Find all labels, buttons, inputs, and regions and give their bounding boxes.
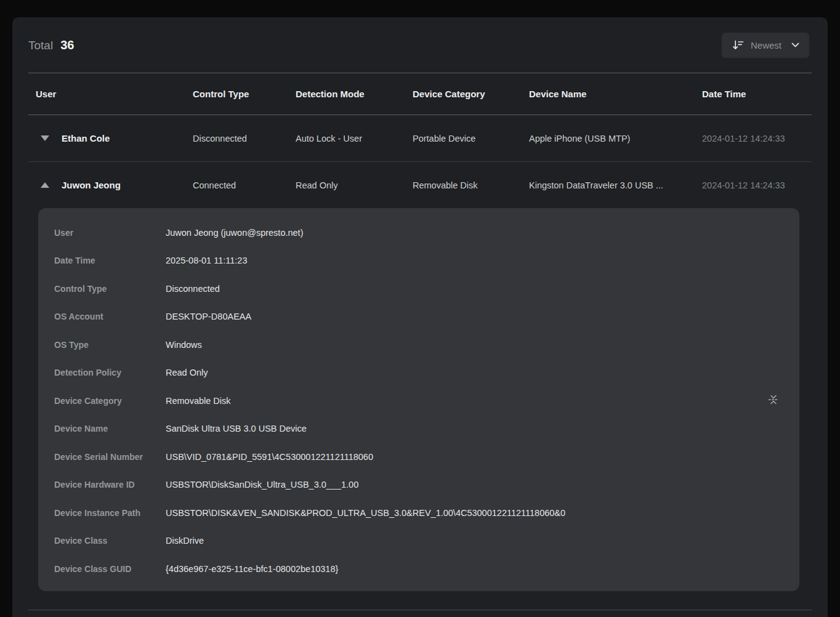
detail-field-label: Device Hardware ID [54, 480, 166, 490]
detail-field-row: Detection PolicyRead Only [38, 359, 799, 387]
column-header-user: User [36, 89, 193, 99]
detail-field-label: Detection Policy [54, 368, 166, 377]
detail-field-value: Windows [166, 340, 202, 350]
detail-field-row: Device ClassDiskDrive [38, 527, 799, 555]
table-header-row: User Control Type Detection Mode Device … [12, 73, 828, 115]
detail-field-row: Control TypeDisconnected [38, 275, 799, 303]
detail-field-row: OS AccountDESKTOP-D80AEAA [38, 303, 799, 331]
detail-field-value: 2025-08-01 11:11:23 [166, 256, 248, 265]
detail-field-value: Disconnected [166, 284, 220, 294]
column-header-device-name: Device Name [529, 89, 702, 99]
total-count: 36 [60, 38, 74, 52]
column-header-date-time: Date Time [702, 89, 809, 99]
card-header: Total 36 Newest [12, 17, 828, 73]
detail-fields: UserJuwon Jeong (juwon@spresto.net)Date … [38, 219, 799, 583]
total-counter: Total 36 [28, 38, 74, 52]
detail-field-row: Device Serial NumberUSB\VID_0781&PID_559… [38, 443, 799, 471]
user-cell: Ethan Cole [36, 133, 193, 143]
table-bottom-divider [28, 610, 812, 610]
user-cell: Juwon Jeong [36, 180, 193, 190]
device-category-cell: Removable Disk [413, 180, 529, 190]
total-label: Total [28, 39, 53, 52]
sort-dropdown[interactable]: Newest [722, 33, 809, 58]
user-name: Juwon Jeong [62, 180, 121, 190]
column-header-control-type: Control Type [193, 89, 296, 99]
detail-field-label: OS Account [54, 312, 166, 321]
table-row[interactable]: Juwon JeongConnectedRead OnlyRemovable D… [12, 162, 828, 208]
detail-field-row: Date Time2025-08-01 11:11:23 [38, 247, 799, 275]
detail-field-label: Device Serial Number [54, 452, 166, 462]
detail-field-row: Device NameSanDisk Ultra USB 3.0 USB Dev… [38, 415, 799, 443]
table-row[interactable]: Ethan ColeDisconnectedAuto Lock - UserPo… [12, 115, 828, 161]
detail-field-row: Device Hardware IDUSBSTOR\DiskSanDisk_Ul… [38, 471, 799, 499]
detail-field-value: USB\VID_0781&PID_5591\4C5300012211211180… [166, 452, 373, 462]
detail-field-row: Device Instance PathUSBSTOR\DISK&VEN_SAN… [38, 499, 799, 527]
table-body: Ethan ColeDisconnectedAuto Lock - UserPo… [12, 115, 828, 208]
detail-field-label: Device Category [54, 396, 166, 406]
detail-field-value: Juwon Jeong (juwon@spresto.net) [166, 228, 303, 238]
date-time-cell: 2024-01-12 14:24:33 [702, 180, 809, 190]
detail-field-label: OS Type [54, 340, 166, 350]
detail-field-value: Read Only [166, 368, 208, 377]
collapse-row-icon [41, 182, 49, 188]
device-category-cell: Portable Device [413, 134, 529, 143]
detail-field-row: UserJuwon Jeong (juwon@spresto.net) [38, 219, 799, 247]
detail-field-value: USBSTOR\DISK&VEN_SANDISK&PROD_ULTRA_USB_… [166, 508, 565, 518]
device-log-card: Total 36 Newest User Control Type [12, 17, 828, 617]
column-header-device-category: Device Category [413, 89, 529, 99]
device-name-cell: Kingston DataTraveler 3.0 USB ... [529, 180, 702, 190]
sort-selected-option: Newest [751, 40, 781, 50]
detail-field-row: Device CategoryRemovable Disk [38, 387, 799, 415]
expand-row-icon [41, 135, 49, 141]
detail-field-label: Control Type [54, 284, 166, 294]
column-header-detection-mode: Detection Mode [296, 89, 413, 99]
detail-field-value: {4d36e967-e325-11ce-bfc1-08002be10318} [166, 564, 338, 574]
control-type-cell: Disconnected [193, 134, 296, 143]
detection-mode-cell: Auto Lock - User [296, 134, 413, 143]
chevron-down-icon [791, 42, 799, 48]
detail-field-label: Device Class GUID [54, 564, 166, 574]
detail-field-value: SanDisk Ultra USB 3.0 USB Device [166, 424, 307, 434]
detail-field-label: Device Class [54, 536, 166, 546]
detection-mode-cell: Read Only [296, 180, 413, 190]
detail-field-row: Device Class GUID{4d36e967-e325-11ce-bfc… [38, 555, 799, 583]
detail-field-value: DESKTOP-D80AEAA [166, 312, 251, 321]
detail-field-value: USBSTOR\DiskSanDisk_Ultra_USB_3.0___1.00 [166, 480, 358, 490]
control-type-cell: Connected [193, 180, 296, 190]
detail-field-value: Removable Disk [166, 396, 231, 406]
sort-descending-icon [732, 39, 745, 52]
collapse-vertical-icon [765, 392, 781, 408]
detail-field-value: DiskDrive [166, 536, 204, 546]
date-time-cell: 2024-01-12 14:24:33 [702, 134, 809, 143]
device-name-cell: Apple iPhone (USB MTP) [529, 134, 702, 143]
detail-field-label: Device Name [54, 424, 166, 434]
detail-field-label: Date Time [54, 256, 166, 265]
detail-field-label: Device Instance Path [54, 508, 166, 518]
collapse-panel-button[interactable] [765, 391, 782, 408]
user-name: Ethan Cole [62, 133, 110, 143]
detail-field-row: OS TypeWindows [38, 331, 799, 359]
detail-panel: UserJuwon Jeong (juwon@spresto.net)Date … [38, 208, 799, 591]
detail-field-label: User [54, 228, 166, 238]
